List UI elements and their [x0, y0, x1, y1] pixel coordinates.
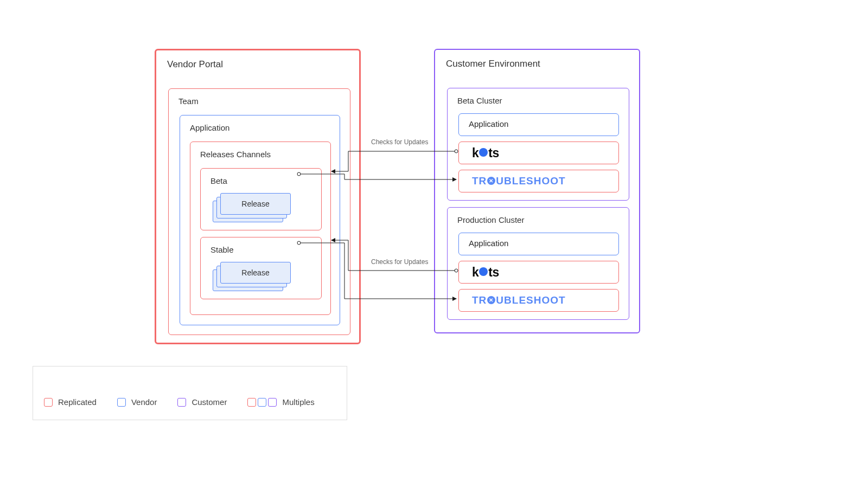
vendor-portal-title: Vendor Portal — [156, 50, 359, 70]
legend-item-vendor: Vendor — [117, 397, 157, 407]
team-box: Team Application Releases Channels Beta — [168, 88, 350, 335]
diagram-canvas: Vendor Portal Team Application Releases … — [22, 16, 846, 479]
release-card: Release — [220, 193, 291, 215]
beta-cluster-label: Beta Cluster — [448, 88, 629, 105]
kots-o-icon — [479, 267, 488, 276]
legend-item-customer: Customer — [177, 397, 227, 407]
beta-app-label: Application — [459, 114, 618, 134]
troubleshoot-o-icon: ✕ — [487, 177, 495, 185]
beta-cluster-box: Beta Cluster Application kts TR✕UBLESHOO… — [447, 88, 629, 201]
legend-swatch-red — [44, 398, 53, 407]
kots-o-icon — [479, 148, 488, 157]
channel-beta-box: Beta Release — [200, 168, 322, 230]
release-card: Release — [220, 262, 291, 284]
customer-environment-box: Customer Environment Beta Cluster Applic… — [434, 49, 640, 333]
legend-item-replicated: Replicated — [44, 397, 97, 407]
application-label: Application — [180, 115, 340, 132]
legend-swatch-multiples — [247, 398, 277, 407]
troubleshoot-o-icon: ✕ — [487, 296, 495, 304]
application-box: Application Releases Channels Beta Relea… — [180, 115, 340, 325]
customer-env-title: Customer Environment — [435, 50, 639, 69]
legend-label: Customer — [192, 397, 227, 407]
legend-label: Vendor — [131, 397, 157, 407]
prod-kots-box: kts — [458, 261, 619, 284]
troubleshoot-logo: TR✕UBLESHOOT — [459, 170, 618, 192]
channel-beta-label: Beta — [201, 169, 321, 185]
kots-logo: kts — [459, 261, 618, 283]
edge-label-checks-updates-beta: Checks for Updates — [369, 138, 430, 146]
channel-stable-box: Stable Release — [200, 237, 322, 299]
team-label: Team — [169, 89, 350, 106]
legend-swatch-purple — [177, 398, 186, 407]
prod-app-label: Application — [459, 233, 618, 253]
legend-box: Replicated Vendor Customer Multiples — [33, 366, 347, 420]
troubleshoot-logo: TR✕UBLESHOOT — [459, 290, 618, 311]
legend-label: Replicated — [58, 397, 97, 407]
releases-channels-label: Releases Channels — [190, 142, 330, 159]
legend-swatch-blue — [117, 398, 126, 407]
channel-stable-label: Stable — [201, 237, 321, 254]
beta-kots-box: kts — [458, 142, 619, 164]
legend-label: Multiples — [282, 397, 314, 407]
production-cluster-label: Production Cluster — [448, 208, 629, 224]
legend-item-multiples: Multiples — [247, 397, 314, 407]
kots-logo: kts — [459, 142, 618, 164]
edge-label-checks-updates-prod: Checks for Updates — [369, 258, 430, 266]
releases-channels-box: Releases Channels Beta Release — [190, 142, 331, 315]
beta-troubleshoot-box: TR✕UBLESHOOT — [458, 170, 619, 192]
release-label: Release — [241, 268, 269, 277]
release-label: Release — [241, 200, 269, 208]
production-cluster-box: Production Cluster Application kts TR✕UB… — [447, 207, 629, 320]
beta-application-box: Application — [458, 113, 619, 136]
prod-troubleshoot-box: TR✕UBLESHOOT — [458, 289, 619, 312]
prod-application-box: Application — [458, 233, 619, 255]
vendor-portal-box: Vendor Portal Team Application Releases … — [155, 49, 361, 344]
